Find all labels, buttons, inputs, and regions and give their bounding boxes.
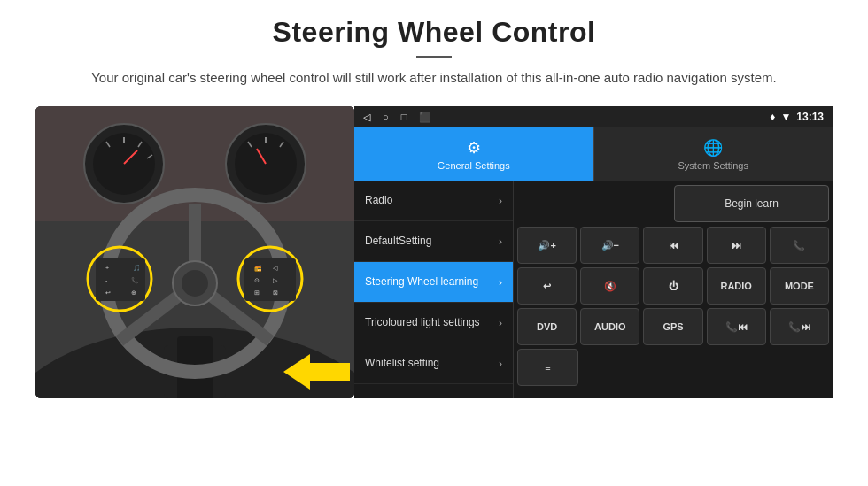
begin-learn-button[interactable]: Begin learn	[674, 185, 829, 222]
tab-bar: ⚙ General Settings 🌐 System Settings	[354, 127, 833, 181]
power-icon: ⏻	[669, 281, 678, 291]
ctrl-row-3: ↩ 🔇 ⏻ RADIO MODE	[517, 267, 829, 305]
arrow-icon-tricoloured: ›	[499, 317, 502, 329]
steering-wheel-image: + 🎵 - ↩ 📞 ⊕ 📻 ◁ ⊙ ▷ ⊞ ⊠	[35, 106, 354, 398]
menu-radio-label: Radio	[365, 194, 499, 208]
dvd-label: DVD	[537, 321, 557, 332]
clock: 13:13	[796, 111, 824, 123]
ctrl-row-4: DVD AUDIO GPS 📞⏮ 📞⏭	[517, 308, 829, 345]
back-nav-icon[interactable]: ◁	[363, 112, 370, 123]
signal-icon: ▼	[780, 111, 791, 123]
list-button[interactable]: ≡	[517, 349, 578, 386]
svg-text:📞: 📞	[131, 276, 139, 284]
prev-track-icon: 📞⏮	[725, 321, 748, 333]
arrow-icon-default: ›	[499, 235, 502, 248]
radio-label: RADIO	[720, 281, 751, 291]
audio-button[interactable]: AUDIO	[580, 308, 639, 345]
tab-general-settings[interactable]: ⚙ General Settings	[354, 127, 593, 181]
svg-text:⊞: ⊞	[254, 289, 260, 296]
phone-icon: 📞	[793, 240, 805, 251]
globe-icon: 🌐	[703, 138, 723, 158]
mode-button[interactable]: MODE	[770, 267, 829, 305]
page-container: Steering Wheel Control Your original car…	[0, 0, 868, 486]
svg-rect-33	[244, 258, 296, 301]
status-bar: ◁ ○ □ ⬛ ♦ ▼ 13:13	[354, 106, 833, 127]
ctrl-row-5: ≡	[517, 349, 829, 386]
menu-tricoloured-label: Tricoloured light settings	[365, 316, 499, 330]
dvd-button[interactable]: DVD	[517, 308, 577, 345]
prev-track-button[interactable]: 📞⏮	[707, 308, 766, 345]
menu-item-radio[interactable]: Radio ›	[354, 181, 513, 221]
mute-icon: 🔇	[604, 281, 616, 292]
audio-label: AUDIO	[594, 321, 625, 332]
ctrl-row-1: Begin learn	[517, 184, 829, 223]
mode-label: MODE	[785, 281, 814, 291]
status-bar-info: ♦ ▼ 13:13	[770, 111, 824, 123]
vol-up-button[interactable]: 🔊+	[517, 227, 577, 264]
page-title: Steering Wheel Control	[91, 16, 777, 49]
title-section: Steering Wheel Control Your original car…	[91, 16, 777, 101]
svg-text:+: +	[105, 265, 109, 271]
radio-button[interactable]: RADIO	[707, 267, 766, 305]
menu-item-default[interactable]: DefaultSetting ›	[354, 221, 513, 262]
menu-item-steering[interactable]: Steering Wheel learning ›	[354, 262, 513, 303]
empty-space-1	[517, 185, 670, 222]
gear-icon: ⚙	[467, 138, 481, 158]
svg-text:⊕: ⊕	[131, 289, 136, 296]
menu-item-whitelist[interactable]: Whitelist setting ›	[354, 343, 513, 384]
status-bar-nav: ◁ ○ □ ⬛	[363, 112, 431, 123]
title-divider	[416, 56, 452, 58]
tab-system-settings[interactable]: 🌐 System Settings	[593, 127, 833, 181]
list-icon: ≡	[545, 362, 550, 373]
vol-down-button[interactable]: 🔊−	[580, 227, 639, 264]
svg-text:↩: ↩	[105, 289, 111, 296]
empty-space-2	[582, 349, 641, 386]
vol-down-icon: 🔊−	[601, 240, 619, 251]
svg-text:⊙: ⊙	[254, 277, 260, 283]
arrow-icon-radio: ›	[499, 195, 502, 207]
menu-whitelist-label: Whitelist setting	[365, 357, 499, 371]
next-button[interactable]: ⏭	[707, 227, 766, 264]
menu-steering-label: Steering Wheel learning	[365, 275, 499, 289]
arrow-icon-steering: ›	[499, 276, 502, 289]
page-subtitle: Your original car's steering wheel contr…	[91, 67, 777, 89]
empty-space-3	[645, 349, 704, 386]
phone-button[interactable]: 📞	[770, 227, 829, 264]
back-button[interactable]: ↩	[517, 267, 577, 305]
next-icon: ⏭	[732, 240, 741, 251]
tab-general-label: General Settings	[438, 160, 510, 171]
gps-button[interactable]: GPS	[643, 308, 702, 345]
tab-system-label: System Settings	[678, 160, 748, 171]
empty-space-5	[770, 349, 829, 386]
empty-space-4	[707, 349, 766, 386]
svg-text:⊠: ⊠	[273, 289, 278, 296]
prev-button[interactable]: ⏮	[643, 227, 702, 264]
vol-up-icon: 🔊+	[538, 240, 555, 251]
svg-text:📻: 📻	[254, 264, 262, 272]
location-icon: ♦	[770, 111, 775, 123]
power-button[interactable]: ⏻	[643, 267, 702, 305]
content-row: + 🎵 - ↩ 📞 ⊕ 📻 ◁ ⊙ ▷ ⊞ ⊠	[35, 106, 833, 398]
menu-item-tricoloured[interactable]: Tricoloured light settings ›	[354, 303, 513, 343]
recents-nav-icon[interactable]: □	[401, 112, 407, 122]
menu-nav-icon[interactable]: ⬛	[419, 112, 431, 123]
menu-default-label: DefaultSetting	[365, 235, 499, 249]
control-panel: Begin learn 🔊+ 🔊− ⏮	[514, 181, 833, 398]
ctrl-row-2: 🔊+ 🔊− ⏮ ⏭ 📞	[517, 227, 829, 264]
menu-list: Radio › DefaultSetting › Steering Wheel …	[354, 181, 514, 398]
svg-text:🎵: 🎵	[133, 264, 141, 272]
gps-label: GPS	[663, 321, 683, 332]
next-track-icon: 📞⏭	[788, 321, 810, 333]
svg-point-23	[182, 270, 208, 297]
home-nav-icon[interactable]: ○	[383, 112, 389, 122]
back-icon: ↩	[543, 281, 551, 292]
mute-button[interactable]: 🔇	[580, 267, 639, 305]
prev-icon: ⏮	[669, 240, 678, 251]
android-ui: ◁ ○ □ ⬛ ♦ ▼ 13:13 ⚙ General Settings	[354, 106, 833, 398]
arrow-icon-whitelist: ›	[499, 358, 502, 370]
next-track-button[interactable]: 📞⏭	[770, 308, 829, 345]
menu-area: Radio › DefaultSetting › Steering Wheel …	[354, 181, 833, 398]
